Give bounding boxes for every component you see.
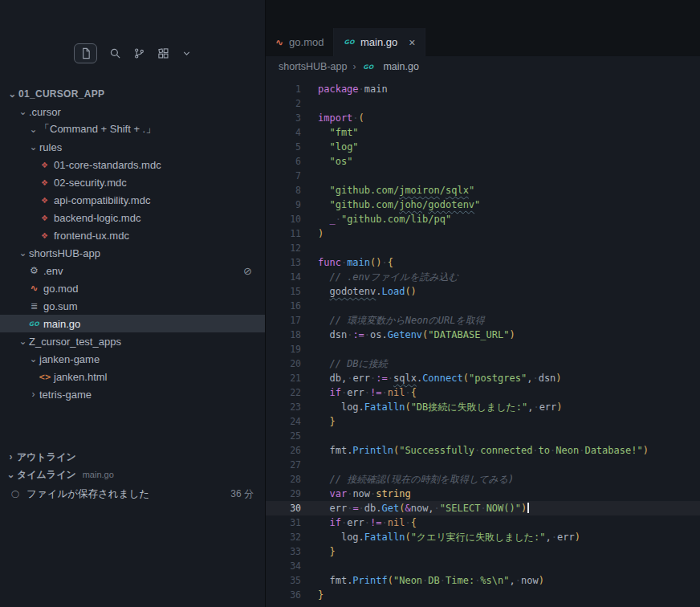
tree-item-go-mod[interactable]: ∿go.mod: [0, 279, 265, 297]
code-line[interactable]: 10 _·"github.com/lib/pq": [266, 212, 700, 226]
chevron-down-icon[interactable]: ⌄: [27, 354, 39, 364]
tab-go-mod[interactable]: ∿go.mod: [266, 28, 334, 56]
code-line[interactable]: 6 "os": [266, 154, 700, 169]
chevron-down-icon[interactable]: ⌄: [27, 142, 39, 152]
code-text: "github.com/joho/godotenv": [301, 198, 480, 212]
code-line[interactable]: 9 "github.com/joho/godotenv": [266, 198, 700, 212]
code-editor[interactable]: 1package·main23import·(4 "fmt"5 "log"6 "…: [266, 77, 700, 607]
tree-item-shortshub-app[interactable]: ⌄shortsHUB-app: [0, 244, 265, 262]
code-token: [318, 329, 329, 340]
chevron-down-icon[interactable]: ⌄: [17, 336, 29, 346]
tree-item-frontend-ux-mdc[interactable]: ❖frontend-ux.mdc: [0, 226, 265, 244]
chevron-down-icon[interactable]: ⌄: [17, 248, 29, 258]
code-token: ): [556, 373, 561, 384]
code-token: [318, 185, 329, 196]
search-icon[interactable]: [109, 47, 121, 59]
explorer-icon[interactable]: [74, 43, 97, 63]
code-line[interactable]: 14 // .envファイルを読み込む: [266, 270, 700, 284]
outline-section-header[interactable]: › アウトライン: [0, 448, 265, 466]
tab-main-go[interactable]: GOmain.go×: [334, 28, 425, 56]
code-line[interactable]: 5 "log": [266, 140, 700, 154]
code-line[interactable]: 30 err·=·db.Get(&now,·"SELECT·NOW()"): [266, 501, 700, 515]
code-line[interactable]: 7: [266, 169, 700, 183]
code-line[interactable]: 27: [266, 458, 700, 472]
extensions-icon[interactable]: [157, 47, 169, 59]
code-line[interactable]: 1package·main: [266, 82, 700, 96]
tree-item-go-sum[interactable]: ≣go.sum: [0, 297, 265, 315]
code-token: [318, 214, 329, 225]
code-line[interactable]: 15 godotenv.Load(): [266, 284, 700, 299]
code-line[interactable]: 13func·main()·{: [266, 255, 700, 270]
code-line[interactable]: 28 // 接続確認(現在の時刻を取得してみる): [266, 472, 700, 487]
code-line[interactable]: 17 // 環境変数からNeonのURLを取得: [266, 313, 700, 328]
tree-item-tetris-game[interactable]: ›tetris-game: [0, 385, 265, 403]
code-line[interactable]: 36}: [266, 588, 700, 602]
gomod-icon: ∿: [27, 283, 41, 294]
tree-item-cursor[interactable]: ⌄.cursor: [0, 103, 265, 120]
chevron-right-icon: ›: [352, 61, 356, 72]
tree-item-label: .cursor: [29, 106, 61, 118]
code-line[interactable]: 4 "fmt": [266, 125, 700, 140]
tree-item-rules[interactable]: ⌄rules: [0, 138, 265, 156]
line-number: 7: [266, 169, 301, 183]
code-token: joho: [399, 199, 422, 210]
code-token: [318, 286, 329, 297]
breadcrumb[interactable]: shortsHUB-app › GO main.go: [266, 56, 700, 77]
code-line[interactable]: 16: [266, 299, 700, 313]
code-line[interactable]: 24 }: [266, 414, 700, 429]
chevron-down-icon[interactable]: ⌄: [27, 124, 39, 134]
tree-item-main-go[interactable]: GOmain.go: [0, 315, 265, 332]
code-line[interactable]: 11): [266, 226, 700, 241]
code-line[interactable]: 33 }: [266, 544, 700, 559]
chevron-down-icon[interactable]: ⌄: [17, 107, 29, 116]
timeline-item-label: ファイルが保存されました: [26, 487, 149, 501]
chevron-down-icon[interactable]: ⌄: [6, 89, 18, 99]
chevron-down-icon[interactable]: [181, 48, 192, 59]
line-number: 5: [266, 140, 301, 154]
code-line[interactable]: 34: [266, 559, 700, 573]
chevron-right-icon[interactable]: ›: [27, 389, 39, 399]
code-line[interactable]: 26 fmt.Println("Successfully·connected·t…: [266, 443, 700, 458]
code-token: ·: [382, 257, 388, 268]
tree-item-z-cursor-test-apps[interactable]: ⌄Z_cursor_test_apps: [0, 332, 265, 350]
code-line[interactable]: 32 log.Fatalln("クエリ実行に失敗しました:",·err): [266, 530, 700, 544]
code-line[interactable]: 18 dsn·:=·os.Getenv("DATABASE_URL"): [266, 328, 700, 342]
code-token: nil: [388, 517, 405, 528]
code-line[interactable]: 35 fmt.Printf("Neon·DB·Time:·%s\n",·now): [266, 573, 700, 588]
code-token: Time:: [446, 575, 474, 586]
timeline-item[interactable]: ◯ ファイルが保存されました 36 分: [0, 483, 265, 504]
code-token: err: [329, 503, 347, 514]
code-line[interactable]: 3import·(: [266, 111, 700, 125]
source-control-icon[interactable]: [133, 47, 145, 59]
code-line[interactable]: 12: [266, 241, 700, 255]
code-line[interactable]: 8 "github.com/jmoiron/sqlx": [266, 183, 700, 198]
tree-item-janken-game[interactable]: ⌄janken-game: [0, 350, 265, 368]
tree-item-janken-html[interactable]: <>janken.html: [0, 368, 265, 385]
code-text: _·"github.com/lib/pq": [301, 212, 451, 226]
code-line[interactable]: 2: [266, 96, 700, 111]
code-token: Println: [352, 445, 393, 456]
tree-item-api-compatibility-mdc[interactable]: ❖api-compatibility.mdc: [0, 191, 265, 209]
code-line[interactable]: 22 if·err·!=·nil·{: [266, 385, 700, 400]
tree-item-env[interactable]: ⚙.env⊘: [0, 262, 265, 279]
code-token: err: [352, 373, 370, 384]
code-line[interactable]: 20 // DBに接続: [266, 356, 700, 371]
tree-item-command-shift[interactable]: ⌄「Command + Shift + .」: [0, 120, 265, 138]
code-token: "DB接続に失敗しました:": [411, 401, 528, 413]
code-line[interactable]: 23 log.Fatalln("DB接続に失敗しました:",·err): [266, 400, 700, 414]
tree-item-01-cursor-app[interactable]: ⌄01_CURSOR_APP: [0, 85, 265, 103]
code-text: "os": [301, 154, 352, 169]
code-line[interactable]: 19: [266, 342, 700, 356]
tree-item-01-core-standards-mdc[interactable]: ❖01-core-standards.mdc: [0, 156, 265, 173]
gear-icon: ⚙: [27, 265, 41, 276]
breadcrumb-project[interactable]: shortsHUB-app: [279, 61, 347, 72]
tree-item-backend-logic-mdc[interactable]: ❖backend-logic.mdc: [0, 209, 265, 226]
close-icon[interactable]: ×: [409, 37, 415, 48]
timeline-section-header[interactable]: ⌄ タイムライン main.go: [0, 466, 265, 483]
breadcrumb-file[interactable]: main.go: [383, 61, 418, 72]
code-line[interactable]: 29 var·now·string: [266, 487, 700, 501]
tree-item-02-security-mdc[interactable]: ❖02-security.mdc: [0, 173, 265, 191]
code-line[interactable]: 21 db,·err·:=·sqlx.Connect("postgres",·d…: [266, 371, 700, 385]
code-line[interactable]: 25: [266, 429, 700, 443]
code-line[interactable]: 31 if·err·!=·nil·{: [266, 515, 700, 530]
